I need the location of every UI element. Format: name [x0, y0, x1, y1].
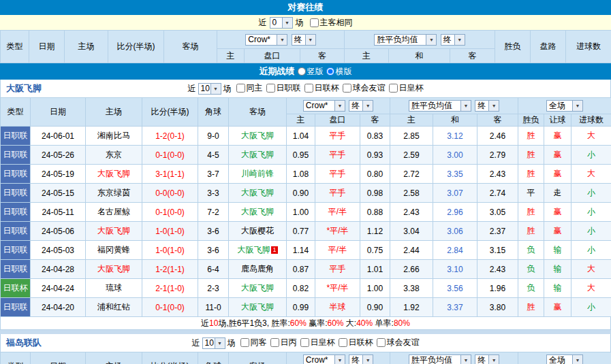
- osaka-team-link[interactable]: 大阪飞脚: [6, 82, 42, 95]
- home-team-link[interactable]: 福冈黄蜂: [86, 241, 142, 260]
- osaka-league-filters: 同主日职联日联杯球会友谊日皇杯: [233, 82, 424, 95]
- goals-cell: 小: [571, 184, 611, 203]
- same-venue-checkbox-input[interactable]: [310, 18, 319, 27]
- cover-cell: 输: [544, 260, 571, 279]
- layout-vertical-radio[interactable]: 竖版: [298, 66, 324, 78]
- osaka-filter-checkbox-input-2[interactable]: [266, 84, 275, 93]
- away-team-link[interactable]: 大阪飞脚: [229, 279, 287, 298]
- sub-col-home2: 主: [390, 114, 433, 127]
- bookmaker-select[interactable]: Crow*▼: [303, 100, 345, 112]
- away-team-link[interactable]: 大阪飞脚: [229, 146, 287, 165]
- score-link[interactable]: 2-1(1-0): [142, 279, 198, 298]
- date-cell: 24-05-15: [31, 184, 86, 203]
- home-team-link[interactable]: 浦和红钻: [86, 298, 142, 317]
- ah-home-odds: 1.04: [287, 127, 315, 146]
- osaka-filter-checkbox-2[interactable]: 日职联: [266, 82, 301, 94]
- away-team-link[interactable]: 大阪飞脚: [229, 298, 287, 317]
- draw-odds: 2.84: [433, 241, 477, 260]
- bookmaker-select[interactable]: Crow*▼: [245, 34, 287, 46]
- home-team-link[interactable]: 大阪飞脚: [86, 222, 142, 241]
- period-select[interactable]: 全场▼: [546, 354, 583, 364]
- h2h-count-select[interactable]: 0 ▼: [270, 17, 293, 29]
- lose-odds: 2.37: [477, 222, 518, 241]
- odds-average-select[interactable]: 胜平负均值▼: [374, 34, 437, 46]
- fukushima-filter-checkbox-input-4[interactable]: [339, 338, 347, 347]
- score-link[interactable]: 0-1(0-0): [142, 146, 198, 165]
- home-team-link[interactable]: 东京绿茵: [86, 184, 142, 203]
- fukushima-filter-checkbox-input-1[interactable]: [240, 338, 249, 347]
- draw-odds: 3.06: [433, 222, 477, 241]
- result-cell: 胜: [518, 127, 544, 146]
- score-link[interactable]: 1-0(1-0): [142, 222, 198, 241]
- osaka-filter-checkbox-1[interactable]: 同主: [236, 82, 263, 94]
- home-team-link[interactable]: 大阪飞脚: [86, 165, 142, 184]
- away-team-link[interactable]: 大阪飞脚: [229, 184, 287, 203]
- summary-segment: 赢率:: [307, 318, 328, 329]
- home-team-link[interactable]: 湘南比马: [86, 127, 142, 146]
- fukushima-count-select[interactable]: 10 ▼: [202, 337, 225, 349]
- osaka-filter-checkbox-4[interactable]: 球会友谊: [343, 82, 386, 94]
- date-cell: 24-05-19: [31, 165, 86, 184]
- fukushima-filter-checkbox-5[interactable]: 球会友谊: [377, 337, 420, 348]
- matches-label: 场: [228, 337, 236, 349]
- ah-away-odds: 0.80: [360, 165, 390, 184]
- fukushima-filter-checkbox-4[interactable]: 日联杯: [339, 337, 373, 348]
- fukushima-filter-checkbox-input-3[interactable]: [300, 338, 309, 347]
- period-select[interactable]: 全场▼: [546, 100, 583, 112]
- osaka-filter-checkbox-input-3[interactable]: [304, 84, 313, 93]
- osaka-count-select[interactable]: 10 ▼: [198, 83, 221, 95]
- cover-cell: 赢: [544, 165, 571, 184]
- score-link[interactable]: 1-0(1-0): [142, 241, 198, 260]
- summary-segment: 场,胜6平1负3, 胜率:: [218, 318, 289, 329]
- odds-average-select[interactable]: 胜平负均值▼: [409, 354, 471, 364]
- away-team-link[interactable]: 大阪飞脚: [229, 203, 287, 222]
- odds-average-select[interactable]: 胜平负均值▼: [409, 100, 471, 112]
- fukushima-filter-checkbox-3[interactable]: 日皇杯: [300, 337, 335, 348]
- home-team-link[interactable]: 琉球: [86, 279, 142, 298]
- score-link[interactable]: 0-1(0-0): [142, 203, 198, 222]
- layout-vertical-radio-input[interactable]: [298, 67, 306, 76]
- osaka-filter-checkbox-input-5[interactable]: [389, 84, 398, 93]
- osaka-filter-checkbox-3[interactable]: 日联杯: [304, 82, 339, 94]
- layout-horizontal-radio-input[interactable]: [326, 67, 334, 76]
- away-team-link[interactable]: 大阪飞脚1: [229, 241, 287, 260]
- home-team-link[interactable]: 东京: [86, 146, 142, 165]
- goals-cell: 小: [571, 241, 611, 260]
- home-team-link[interactable]: 名古屋鲸: [86, 203, 142, 222]
- away-team-link[interactable]: 大阪樱花: [229, 222, 287, 241]
- result-cell: 胜: [518, 146, 544, 165]
- bookmaker-select[interactable]: Crow*▼: [303, 354, 345, 364]
- fukushima-team-link[interactable]: 福岛联队: [6, 337, 42, 349]
- score-link[interactable]: 0-0(0-0): [142, 184, 198, 203]
- score-link[interactable]: 1-2(0-1): [142, 127, 198, 146]
- win-odds: 2.44: [390, 241, 433, 260]
- score-link[interactable]: 0-1(0-0): [142, 298, 198, 317]
- home-team-link[interactable]: 大阪飞脚: [86, 260, 142, 279]
- away-team-link[interactable]: 鹿岛鹿角: [229, 260, 287, 279]
- fukushima-filter-checkbox-input-5[interactable]: [377, 338, 386, 347]
- lose-odds: 2.74: [477, 184, 518, 203]
- fukushima-filter-checkbox-2[interactable]: 日丙: [270, 337, 297, 348]
- osaka-filter-checkbox-input-1[interactable]: [236, 84, 245, 93]
- sub-col-away2: 客: [450, 49, 495, 63]
- layout-horizontal-radio[interactable]: 横版: [326, 66, 352, 78]
- odds-final-select[interactable]: 终▼: [475, 354, 499, 364]
- h2h-title: 对赛往绩: [288, 1, 324, 14]
- away-team-link[interactable]: 川崎前锋: [229, 165, 287, 184]
- same-venue-checkbox[interactable]: 主客相同: [310, 17, 353, 29]
- result-cell: 负: [518, 279, 544, 298]
- odds-final-select[interactable]: 终▼: [441, 34, 465, 46]
- final-odds-select[interactable]: 终▼: [349, 354, 373, 364]
- osaka-filter-checkbox-input-4[interactable]: [343, 84, 351, 93]
- fukushima-filter-checkbox-1[interactable]: 同客: [240, 337, 267, 348]
- osaka-filter-checkbox-5[interactable]: 日皇杯: [389, 82, 424, 94]
- away-team-link[interactable]: 大阪飞脚: [229, 127, 287, 146]
- date-cell: 24-05-03: [31, 241, 86, 260]
- col-date: 日期: [31, 98, 86, 127]
- score-link[interactable]: 1-2(1-1): [142, 260, 198, 279]
- fukushima-filter-checkbox-input-2[interactable]: [270, 338, 279, 347]
- final-odds-select[interactable]: 终▼: [292, 34, 316, 46]
- final-odds-select[interactable]: 终▼: [349, 100, 373, 112]
- odds-final-select[interactable]: 终▼: [475, 100, 499, 112]
- score-link[interactable]: 3-1(1-1): [142, 165, 198, 184]
